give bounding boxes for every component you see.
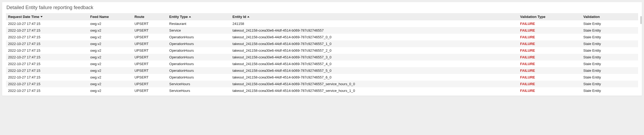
cell-validation-type: FAILURE <box>518 74 581 81</box>
cell-feed-name: owg.v2 <box>88 61 132 67</box>
cell-feed-name: owg.v2 <box>88 87 132 94</box>
cell-request-dt: 2022-10-27 17:47:15 <box>6 20 88 27</box>
cell-feed-name: owg.v2 <box>88 54 132 61</box>
sort-asc-icon <box>189 16 191 17</box>
table-row[interactable]: 2022-10-27 17:47:15owg.v2UPSERTOperation… <box>6 47 638 54</box>
table-row[interactable]: 2022-10-27 17:47:15owg.v2UPSERTOperation… <box>6 40 638 47</box>
cell-route: UPSERT <box>132 81 167 87</box>
col-label: Feed Name <box>90 15 109 19</box>
table-row[interactable]: 2022-10-27 17:47:15owg.v2UPSERTRestauran… <box>6 20 638 27</box>
cell-entity-type: Restaurant <box>167 20 230 27</box>
col-feed-name[interactable]: Feed Name <box>90 15 109 19</box>
cell-validation-type: FAILURE <box>518 40 581 47</box>
cell-feed-name: owg.v2 <box>88 34 132 40</box>
cell-validation-type: FAILURE <box>518 20 581 27</box>
cell-entity-type: OperationHours <box>167 74 230 81</box>
col-label: Route <box>134 15 144 19</box>
table-row[interactable]: 2022-10-27 17:47:15owg.v2UPSERTOperation… <box>6 74 638 81</box>
cell-route: UPSERT <box>132 47 167 54</box>
cell-entity-id: takeout_241158-ccea30e6-44df-4514-b069-7… <box>230 61 518 67</box>
section-title: Detailed Entity failure reporting feedba… <box>6 5 638 10</box>
cell-entity-id: 241158 <box>230 20 518 27</box>
cell-request-dt: 2022-10-27 17:47:15 <box>6 67 88 74</box>
cell-feed-name: owg.v2 <box>88 27 132 34</box>
cell-validation-type: FAILURE <box>518 47 581 54</box>
cell-entity-type: OperationHours <box>167 47 230 54</box>
cell-validation-type: FAILURE <box>518 67 581 74</box>
cell-request-dt: 2022-10-27 17:47:15 <box>6 47 88 54</box>
cell-entity-type: ServiceHours <box>167 81 230 87</box>
col-route[interactable]: Route <box>134 15 144 19</box>
cell-feed-name: owg.v2 <box>88 81 132 87</box>
cell-validation-type: FAILURE <box>518 61 581 67</box>
table-header-row: Request Date Time Feed Name Route <box>6 13 638 20</box>
sort-asc-icon <box>247 16 249 17</box>
col-label: Validation Type <box>520 15 545 19</box>
table-row[interactable]: 2022-10-27 17:47:15owg.v2UPSERTServiceHo… <box>6 81 638 87</box>
cell-route: UPSERT <box>132 34 167 40</box>
cell-entity-type: OperationHours <box>167 61 230 67</box>
cell-validation: Stale Entity <box>581 40 638 47</box>
cell-feed-name: owg.v2 <box>88 74 132 81</box>
cell-route: UPSERT <box>132 54 167 61</box>
cell-route: UPSERT <box>132 67 167 74</box>
table-row[interactable]: 2022-10-27 17:47:15owg.v2UPSERTServiceHo… <box>6 87 638 94</box>
cell-validation-type: FAILURE <box>518 54 581 61</box>
cell-route: UPSERT <box>132 61 167 67</box>
cell-request-dt: 2022-10-27 17:47:15 <box>6 87 88 94</box>
cell-validation: Stale Entity <box>581 87 638 94</box>
cell-entity-id: takeout_241158-ccea30e6-44df-4514-b069-7… <box>230 87 518 94</box>
table-row[interactable]: 2022-10-27 17:47:15owg.v2UPSERTOperation… <box>6 34 638 40</box>
col-label: Entity Type <box>169 15 188 19</box>
col-request-date-time[interactable]: Request Date Time <box>8 15 43 19</box>
cell-entity-type: OperationHours <box>167 67 230 74</box>
cell-entity-id: takeout_241158-ccea30e6-44df-4514-b069-7… <box>230 27 518 34</box>
cell-validation: Stale Entity <box>581 27 638 34</box>
table-row[interactable]: 2022-10-27 17:47:15owg.v2UPSERTOperation… <box>6 61 638 67</box>
col-entity-type[interactable]: Entity Type <box>169 15 191 19</box>
cell-validation-type: FAILURE <box>518 27 581 34</box>
report-card: Detailed Entity failure reporting feedba… <box>2 2 642 96</box>
cell-feed-name: owg.v2 <box>88 40 132 47</box>
col-entity-id[interactable]: Entity Id <box>233 15 249 19</box>
cell-validation-type: FAILURE <box>518 87 581 94</box>
col-validation-type[interactable]: Validation Type <box>520 15 545 19</box>
col-label: Validation <box>583 15 600 19</box>
cell-request-dt: 2022-10-27 17:47:15 <box>6 27 88 34</box>
table-row[interactable]: 2022-10-27 17:47:15owg.v2UPSERTServiceta… <box>6 27 638 34</box>
sort-desc-icon <box>40 16 43 17</box>
cell-validation-type: FAILURE <box>518 81 581 87</box>
cell-validation: Stale Entity <box>581 74 638 81</box>
cell-entity-type: OperationHours <box>167 34 230 40</box>
cell-entity-type: ServiceHours <box>167 87 230 94</box>
col-label: Entity Id <box>233 15 246 19</box>
table-row[interactable]: 2022-10-27 17:47:15owg.v2UPSERTOperation… <box>6 67 638 74</box>
cell-route: UPSERT <box>132 74 167 81</box>
cell-entity-type: OperationHours <box>167 54 230 61</box>
cell-entity-id: takeout_241158-ccea30e6-44df-4514-b069-7… <box>230 54 518 61</box>
cell-entity-id: takeout_241158-ccea30e6-44df-4514-b069-7… <box>230 74 518 81</box>
cell-request-dt: 2022-10-27 17:47:15 <box>6 81 88 87</box>
cell-validation-type: FAILURE <box>518 34 581 40</box>
cell-validation: Stale Entity <box>581 47 638 54</box>
table-row[interactable]: 2022-10-27 17:47:15owg.v2UPSERTOperation… <box>6 54 638 61</box>
cell-route: UPSERT <box>132 87 167 94</box>
cell-validation: Stale Entity <box>581 20 638 27</box>
cell-request-dt: 2022-10-27 17:47:15 <box>6 40 88 47</box>
cell-request-dt: 2022-10-27 17:47:15 <box>6 61 88 67</box>
col-validation[interactable]: Validation <box>583 15 600 19</box>
table-body: 2022-10-27 17:47:15owg.v2UPSERTRestauran… <box>6 20 638 94</box>
cell-route: UPSERT <box>132 20 167 27</box>
cell-entity-id: takeout_241158-ccea30e6-44df-4514-b069-7… <box>230 40 518 47</box>
cell-validation: Stale Entity <box>581 34 638 40</box>
cell-entity-id: takeout_241158-ccea30e6-44df-4514-b069-7… <box>230 47 518 54</box>
cell-entity-id: takeout_241158-ccea30e6-44df-4514-b069-7… <box>230 34 518 40</box>
cell-feed-name: owg.v2 <box>88 67 132 74</box>
col-label: Request Date Time <box>8 15 39 19</box>
cell-validation: Stale Entity <box>581 61 638 67</box>
cell-route: UPSERT <box>132 40 167 47</box>
cell-entity-type: Service <box>167 27 230 34</box>
cell-entity-id: takeout_241158-ccea30e6-44df-4514-b069-7… <box>230 67 518 74</box>
cell-request-dt: 2022-10-27 17:47:15 <box>6 54 88 61</box>
cell-route: UPSERT <box>132 27 167 34</box>
